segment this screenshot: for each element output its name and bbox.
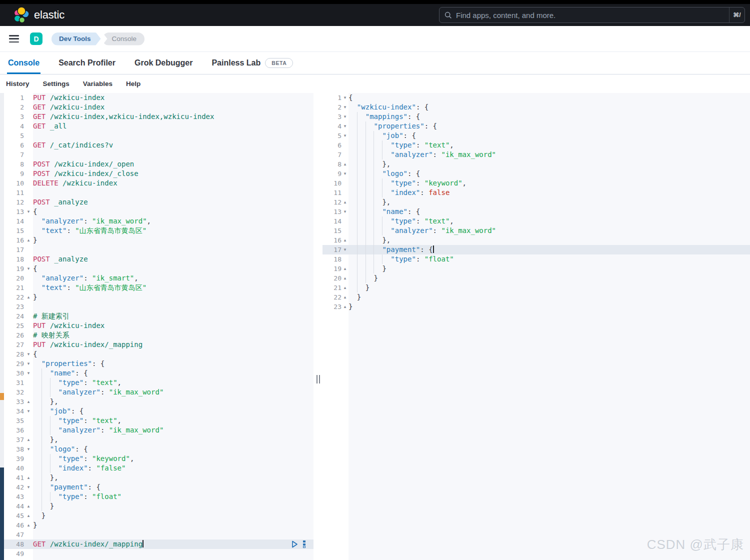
response-pane[interactable]: 1▾{2▾ "wzkicu-index": {3▾ "mappings": {4… bbox=[322, 93, 750, 560]
editor-line[interactable]: 38▾ "logo": { bbox=[4, 444, 314, 454]
fold-toggle-icon[interactable]: ▴ bbox=[342, 236, 348, 245]
editor-line[interactable]: 10 "type": "keyword", bbox=[322, 178, 750, 188]
fold-toggle-icon[interactable]: ▾ bbox=[24, 444, 33, 454]
editor-line[interactable]: 12POST _analyze bbox=[4, 198, 314, 207]
editor-line[interactable]: 16▴} bbox=[4, 236, 314, 245]
fold-toggle-icon[interactable]: ▴ bbox=[342, 274, 348, 283]
editor-line[interactable]: 16▴ }, bbox=[322, 236, 750, 245]
breadcrumb-console[interactable]: Console bbox=[102, 32, 145, 46]
editor-line[interactable]: 2▾ "wzkicu-index": { bbox=[322, 102, 750, 112]
editor-line[interactable]: 22▴ } bbox=[322, 292, 750, 302]
editor-line[interactable]: 7 "analyzer": "ik_max_word" bbox=[322, 150, 750, 160]
fold-toggle-icon[interactable]: ▴ bbox=[342, 160, 348, 169]
editor-line[interactable]: 44▴ } bbox=[4, 502, 314, 511]
fold-toggle-icon[interactable]: ▾ bbox=[342, 169, 348, 178]
editor-line[interactable]: 42▾ "payment": { bbox=[4, 482, 314, 492]
editor-line[interactable]: 36 "analyzer": "ik_max_word" bbox=[4, 426, 314, 435]
editor-line[interactable]: 45▴ } bbox=[4, 511, 314, 520]
search-input[interactable] bbox=[452, 11, 729, 20]
fold-toggle-icon[interactable]: ▴ bbox=[342, 198, 348, 207]
editor-line[interactable]: 23 bbox=[4, 302, 314, 312]
editor-line[interactable]: 25PUT /wzkicu-index bbox=[4, 321, 314, 330]
editor-line[interactable]: 49 bbox=[4, 549, 314, 558]
fold-toggle-icon[interactable]: ▾ bbox=[24, 207, 33, 216]
editor-line[interactable]: 15 "analyzer": "ik_max_word" bbox=[322, 226, 750, 236]
fold-toggle-icon[interactable]: ▴ bbox=[342, 302, 348, 312]
editor-line[interactable]: 40 "index": "false" bbox=[4, 464, 314, 473]
fold-toggle-icon[interactable]: ▾ bbox=[24, 264, 33, 274]
editor-line[interactable]: 23▴} bbox=[322, 302, 750, 312]
menu-variables[interactable]: Variables bbox=[83, 80, 112, 88]
editor-line[interactable]: 48GET /wzkicu-index/_mapping bbox=[4, 540, 314, 549]
editor-line[interactable]: 20 "analyzer": "ik_smart", bbox=[4, 274, 314, 283]
editor-line[interactable]: 5 bbox=[4, 131, 314, 140]
tab-search-profiler[interactable]: Search Profiler bbox=[58, 52, 116, 74]
fold-toggle-icon[interactable]: ▾ bbox=[342, 131, 348, 140]
fold-toggle-icon[interactable]: ▾ bbox=[24, 406, 33, 416]
fold-toggle-icon[interactable]: ▴ bbox=[24, 473, 33, 482]
editor-line[interactable]: 13▾ "name": { bbox=[322, 207, 750, 216]
editor-line[interactable]: 5▾ "job": { bbox=[322, 131, 750, 140]
editor-line[interactable]: 8▴ }, bbox=[322, 160, 750, 169]
global-search[interactable]: ⌘/ bbox=[439, 7, 745, 23]
request-options-icon[interactable] bbox=[303, 540, 306, 548]
fold-toggle-icon[interactable]: ▴ bbox=[24, 236, 33, 245]
edge-scrollbar-thumb[interactable] bbox=[0, 468, 4, 560]
editor-line[interactable]: 24# 新建索引 bbox=[4, 312, 314, 321]
fold-toggle-icon[interactable]: ▴ bbox=[24, 502, 33, 511]
fold-toggle-icon[interactable]: ▾ bbox=[24, 368, 33, 378]
editor-line[interactable]: 43 "type": "float" bbox=[4, 492, 314, 502]
editor-line[interactable]: 47 bbox=[4, 530, 314, 540]
editor-line[interactable]: 20▴ } bbox=[322, 274, 750, 283]
fold-toggle-icon[interactable]: ▴ bbox=[342, 283, 348, 292]
editor-line[interactable]: 32 "analyzer": "ik_max_word" bbox=[4, 388, 314, 397]
editor-line[interactable]: 19▾{ bbox=[4, 264, 314, 274]
editor-line[interactable]: 11 bbox=[4, 188, 314, 198]
editor-line[interactable]: 39 "type": "keyword", bbox=[4, 454, 314, 464]
menu-help[interactable]: Help bbox=[126, 80, 140, 88]
fold-toggle-icon[interactable]: ▾ bbox=[342, 93, 348, 102]
editor-line[interactable]: 22▴} bbox=[4, 292, 314, 302]
editor-line[interactable]: 3GET /wzkicu-index,wzkicu-index,wzkicu-i… bbox=[4, 112, 314, 122]
fold-toggle-icon[interactable]: ▾ bbox=[24, 359, 33, 368]
editor-line[interactable]: 9POST /wzkicu-index/_close bbox=[4, 169, 314, 178]
fold-toggle-icon[interactable]: ▾ bbox=[24, 482, 33, 492]
tab-grok-debugger[interactable]: Grok Debugger bbox=[134, 52, 194, 74]
editor-line[interactable]: 19▴ } bbox=[322, 264, 750, 274]
fold-toggle-icon[interactable]: ▴ bbox=[342, 264, 348, 274]
editor-line[interactable]: 4▾ "properties": { bbox=[322, 122, 750, 131]
editor-line[interactable]: 34▾ "job": { bbox=[4, 406, 314, 416]
editor-line[interactable]: 10DELETE /wzkicu-index bbox=[4, 178, 314, 188]
editor-line[interactable]: 21▴ } bbox=[322, 283, 750, 292]
fold-toggle-icon[interactable]: ▴ bbox=[342, 292, 348, 302]
send-request-play-icon[interactable] bbox=[292, 540, 298, 548]
editor-line[interactable]: 30▾ "name": { bbox=[4, 368, 314, 378]
fold-toggle-icon[interactable]: ▾ bbox=[342, 122, 348, 131]
editor-line[interactable]: 18 "type": "float" bbox=[322, 254, 750, 264]
menu-settings[interactable]: Settings bbox=[43, 80, 70, 88]
editor-line[interactable]: 4GET _all bbox=[4, 122, 314, 131]
request-editor-pane[interactable]: 1PUT /wzkicu-index2GET /wzkicu-index3GET… bbox=[4, 93, 314, 560]
fold-toggle-icon[interactable]: ▴ bbox=[24, 511, 33, 520]
editor-line[interactable]: 3▾ "mappings": { bbox=[322, 112, 750, 122]
editor-line[interactable]: 17 bbox=[4, 245, 314, 254]
editor-line[interactable]: 28▾{ bbox=[4, 350, 314, 359]
editor-line[interactable]: 26# 映射关系 bbox=[4, 330, 314, 340]
fold-toggle-icon[interactable]: ▾ bbox=[342, 112, 348, 122]
fold-toggle-icon[interactable]: ▴ bbox=[24, 520, 33, 530]
editor-line[interactable]: 8POST /wzkicu-index/_open bbox=[4, 160, 314, 169]
tab-painless-lab[interactable]: Painless LabBETA bbox=[210, 52, 294, 74]
panel-resizer[interactable] bbox=[316, 375, 320, 384]
editor-line[interactable]: 18POST _analyze bbox=[4, 254, 314, 264]
editor-line[interactable]: 12▴ }, bbox=[322, 198, 750, 207]
editor-line[interactable]: 1▾{ bbox=[322, 93, 750, 102]
fold-toggle-icon[interactable]: ▾ bbox=[342, 102, 348, 112]
editor-line[interactable]: 13▾{ bbox=[4, 207, 314, 216]
editor-line[interactable]: 6GET /_cat/indices?v bbox=[4, 140, 314, 150]
editor-line[interactable]: 27PUT /wzkicu-index/_mapping bbox=[4, 340, 314, 350]
fold-toggle-icon[interactable]: ▾ bbox=[342, 207, 348, 216]
editor-line[interactable]: 11 "index": false bbox=[322, 188, 750, 198]
editor-line[interactable]: 9▾ "logo": { bbox=[322, 169, 750, 178]
tab-console[interactable]: Console bbox=[7, 52, 40, 74]
editor-line[interactable]: 6 "type": "text", bbox=[322, 140, 750, 150]
